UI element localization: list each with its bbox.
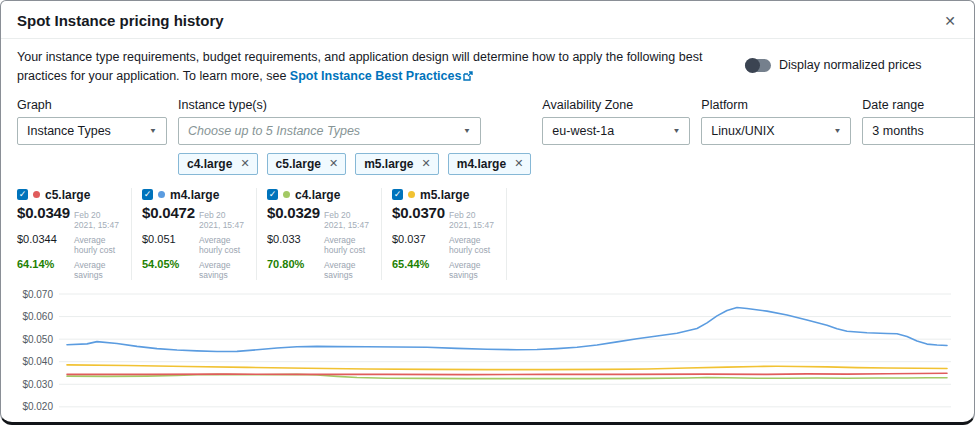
y-axis-tick-label: $0.070 — [22, 288, 53, 299]
toggle-knob — [745, 58, 760, 73]
y-axis-tick-label: $0.050 — [22, 333, 53, 344]
average-savings-label: Average savings — [324, 260, 373, 280]
best-practices-link[interactable]: Spot Instance Best Practices — [290, 69, 474, 83]
series-name: c5.large — [45, 188, 90, 202]
normalized-prices-toggle-group: Display normalized prices — [745, 56, 921, 74]
series-checkbox[interactable]: ✓ — [142, 189, 153, 200]
remove-tag-icon[interactable]: ✕ — [422, 157, 431, 170]
price-timestamp: Feb 20 2021, 15:47 — [199, 210, 248, 230]
instance-type-tag: m5.large✕ — [355, 153, 439, 175]
average-hourly-cost-label: Average hourly cost — [199, 235, 248, 255]
intro-text: Your instance type requirements, budget … — [17, 48, 717, 86]
current-price: $0.0370 — [392, 204, 449, 221]
chevron-down-icon: ▼ — [149, 127, 157, 135]
average-savings-value: 65.44% — [392, 258, 449, 270]
instance-type-tag: c5.large✕ — [267, 153, 347, 175]
tag-label: c4.large — [187, 157, 232, 171]
average-savings-label: Average savings — [449, 260, 498, 280]
legend-cards-row: ✓c5.large$0.0349Feb 20 2021, 15:47$0.034… — [17, 188, 958, 280]
platform-label: Platform — [701, 98, 851, 112]
price-timestamp: Feb 20 2021, 15:47 — [324, 210, 373, 230]
series-checkbox[interactable]: ✓ — [392, 189, 403, 200]
price-timestamp: Feb 20 2021, 15:47 — [74, 210, 123, 230]
graph-filter: Graph Instance Types ▼ — [17, 98, 167, 145]
y-axis-tick-label: $0.030 — [22, 378, 53, 389]
series-color-dot — [33, 191, 40, 198]
spot-pricing-dialog: Spot Instance pricing history ✕ Your ins… — [0, 0, 975, 425]
series-checkbox[interactable]: ✓ — [267, 189, 278, 200]
series-name: m4.large — [170, 188, 219, 202]
average-savings-value: 70.80% — [267, 258, 324, 270]
platform-select[interactable]: Linux/UNIX ▼ — [701, 117, 851, 145]
series-color-dot — [283, 191, 290, 198]
remove-tag-icon[interactable]: ✕ — [240, 157, 249, 170]
selected-instance-tags: c4.large✕c5.large✕m5.large✕m4.large✕ — [178, 153, 531, 175]
legend-card-m5-large: ✓m5.large$0.0370Feb 20 2021, 15:47$0.037… — [392, 188, 507, 280]
average-hourly-cost-label: Average hourly cost — [74, 235, 123, 255]
date-range-label: Date range — [862, 98, 975, 112]
average-hourly-cost-value: $0.037 — [392, 233, 449, 245]
average-hourly-cost-value: $0.051 — [142, 233, 199, 245]
average-savings-label: Average savings — [74, 260, 123, 280]
instance-types-filter: Instance type(s) Choose up to 5 Instance… — [178, 98, 531, 175]
series-color-dot — [408, 191, 415, 198]
chevron-down-icon: ▼ — [463, 127, 471, 135]
average-hourly-cost-value: $0.033 — [267, 233, 324, 245]
series-line-m5-large — [67, 364, 947, 369]
tag-label: c5.large — [276, 157, 321, 171]
toggle-label: Display normalized prices — [779, 58, 921, 72]
remove-tag-icon[interactable]: ✕ — [329, 157, 338, 170]
intro-row: Your instance type requirements, budget … — [17, 48, 958, 86]
graph-select[interactable]: Instance Types ▼ — [17, 117, 167, 145]
instance-types-multiselect[interactable]: Choose up to 5 Instance Types ▼ — [178, 117, 481, 145]
average-savings-value: 54.05% — [142, 258, 199, 270]
average-hourly-cost-label: Average hourly cost — [324, 235, 373, 255]
availability-zone-label: Availability Zone — [542, 98, 690, 112]
date-range-filter: Date range 3 months ▼ — [862, 98, 975, 145]
dialog-header: Spot Instance pricing history ✕ — [1, 1, 974, 39]
current-price: $0.0349 — [17, 204, 74, 221]
external-link-icon — [463, 71, 473, 81]
graph-label: Graph — [17, 98, 167, 112]
average-hourly-cost-label: Average hourly cost — [449, 235, 498, 255]
price-history-chart: $0.070$0.060$0.050$0.040$0.030$0.020$0.0… — [1, 284, 958, 426]
remove-tag-icon[interactable]: ✕ — [514, 157, 523, 170]
dialog-body: Your instance type requirements, budget … — [1, 48, 974, 425]
normalized-prices-toggle[interactable] — [745, 59, 771, 72]
legend-card-c5-large: ✓c5.large$0.0349Feb 20 2021, 15:47$0.034… — [17, 188, 132, 280]
instance-type-tag: m4.large✕ — [448, 153, 532, 175]
page-title: Spot Instance pricing history — [17, 12, 944, 29]
series-color-dot — [158, 191, 165, 198]
legend-card-m4-large: ✓m4.large$0.0472Feb 20 2021, 15:47$0.051… — [142, 188, 257, 280]
availability-zone-select[interactable]: eu-west-1a ▼ — [542, 117, 690, 145]
average-savings-label: Average savings — [199, 260, 248, 280]
date-range-select[interactable]: 3 months ▼ — [862, 117, 975, 145]
current-price: $0.0472 — [142, 204, 199, 221]
y-axis-tick-label: $0.040 — [22, 356, 53, 367]
price-timestamp: Feb 20 2021, 15:47 — [449, 210, 498, 230]
y-axis-tick-label: $0.060 — [22, 311, 53, 322]
y-axis-tick-label: $0.020 — [22, 401, 53, 412]
y-axis-tick-label: $0.010 — [22, 423, 53, 425]
series-line-m4-large — [67, 307, 947, 351]
tag-label: m5.large — [364, 157, 413, 171]
chevron-down-icon: ▼ — [833, 127, 841, 135]
close-icon[interactable]: ✕ — [944, 14, 956, 28]
availability-zone-filter: Availability Zone eu-west-1a ▼ — [542, 98, 690, 145]
current-price: $0.0329 — [267, 204, 324, 221]
series-name: m5.large — [420, 188, 469, 202]
price-history-chart-svg: $0.070$0.060$0.050$0.040$0.030$0.020$0.0… — [1, 284, 975, 426]
series-line-c5-large — [67, 373, 947, 374]
legend-card-c4-large: ✓c4.large$0.0329Feb 20 2021, 15:47$0.033… — [267, 188, 382, 280]
instance-type-tag: c4.large✕ — [178, 153, 258, 175]
platform-filter: Platform Linux/UNIX ▼ — [701, 98, 851, 145]
series-name: c4.large — [295, 188, 340, 202]
average-savings-value: 64.14% — [17, 258, 74, 270]
instance-types-label: Instance type(s) — [178, 98, 531, 112]
series-checkbox[interactable]: ✓ — [17, 189, 28, 200]
average-hourly-cost-value: $0.0344 — [17, 233, 74, 245]
filters-row: Graph Instance Types ▼ Instance type(s) … — [17, 98, 958, 175]
chevron-down-icon: ▼ — [672, 127, 680, 135]
tag-label: m4.large — [457, 157, 506, 171]
